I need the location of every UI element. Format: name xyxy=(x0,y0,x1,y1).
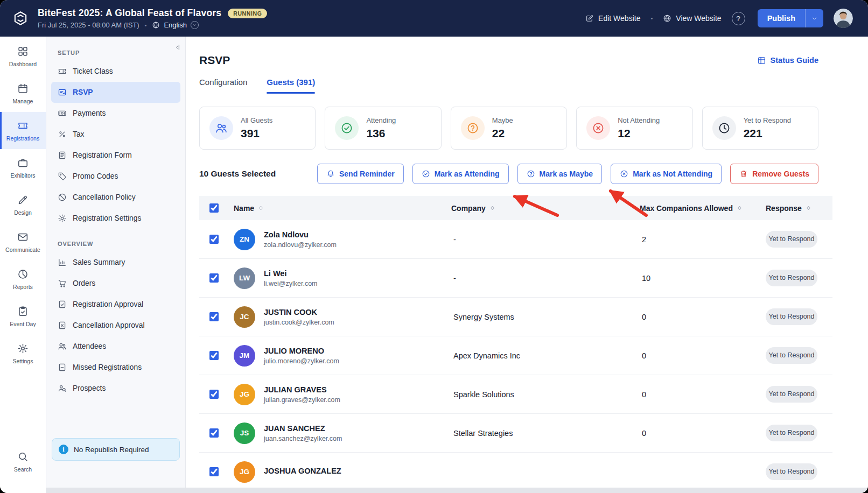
action-mark-as-not-attending[interactable]: Mark as Not Attending xyxy=(611,164,722,184)
row-checkbox[interactable] xyxy=(209,351,219,360)
language-selector[interactable]: English xyxy=(152,21,199,29)
column-header-name[interactable]: Name xyxy=(234,204,451,213)
gear-icon xyxy=(17,343,29,354)
nav-item-exhibitors[interactable]: Exhibitors xyxy=(0,149,46,186)
horizontal-scrollbar[interactable] xyxy=(46,488,868,493)
tab-guests-391[interactable]: Guests (391) xyxy=(267,78,315,94)
nav-item-manage[interactable]: Manage xyxy=(0,75,46,112)
sidebar-item-registration-form[interactable]: Registration Form xyxy=(51,145,180,166)
promo-icon xyxy=(58,172,67,181)
row-checkbox[interactable] xyxy=(209,235,219,244)
sidebar-item-label: Registration Approval xyxy=(73,300,143,308)
sidebar-item-promo-codes[interactable]: Promo Codes xyxy=(51,166,180,187)
sidebar-item-cancellation-policy[interactable]: Cancellation Policy xyxy=(51,187,180,208)
publish-dropdown-button[interactable] xyxy=(805,9,823,27)
stat-label: Maybe xyxy=(492,116,513,124)
sidebar-item-tax[interactable]: Tax xyxy=(51,124,180,145)
sidebar-item-prospects[interactable]: Prospects xyxy=(51,378,180,399)
guest-name: JULIAN GRAVES xyxy=(264,385,340,394)
nav-item-label: Search xyxy=(14,466,32,473)
sidebar-item-sales-summary[interactable]: Sales Summary xyxy=(51,252,180,273)
sort-icon xyxy=(489,205,496,212)
tab-label: Configuration xyxy=(199,78,247,87)
guests-table: Name Company Max Companions Allowed xyxy=(199,196,832,491)
check-circle-icon xyxy=(340,122,353,135)
column-header-max-companions-allowed[interactable]: Max Companions Allowed xyxy=(640,204,766,213)
action-mark-as-attending[interactable]: Mark as Attending xyxy=(412,164,509,184)
action-remove-guests[interactable]: Remove Guests xyxy=(730,164,818,184)
nav-item-reports[interactable]: Reports xyxy=(0,260,46,298)
clock-icon xyxy=(718,122,731,135)
sidebar-item-rsvp[interactable]: RSVP xyxy=(51,82,180,103)
guest-max-companions: 0 xyxy=(640,429,766,438)
guest-email: juan.sanchez@zylker.com xyxy=(264,435,342,442)
guest-row: JG JOSHUA GONZALEZ Yet to Respond xyxy=(199,453,832,491)
guest-row: JS JUAN SANCHEZ juan.sanchez@zylker.com … xyxy=(199,414,832,453)
people-icon xyxy=(58,342,67,351)
row-checkbox[interactable] xyxy=(209,312,219,321)
cart-icon xyxy=(58,279,67,288)
action-mark-as-maybe[interactable]: Mark as Maybe xyxy=(517,164,603,184)
column-header-response[interactable]: Response xyxy=(766,204,832,213)
language-label: English xyxy=(164,21,187,29)
view-website-link[interactable]: View Website xyxy=(663,14,721,23)
row-checkbox[interactable] xyxy=(209,390,219,399)
select-all-checkbox[interactable] xyxy=(209,203,219,213)
globe-icon xyxy=(152,21,160,29)
edit-website-link[interactable]: Edit Website xyxy=(585,14,640,23)
tab-configuration[interactable]: Configuration xyxy=(199,78,247,94)
guest-response-badge: Yet to Respond xyxy=(766,231,817,248)
dashboard-icon xyxy=(17,46,29,57)
column-header-company[interactable]: Company xyxy=(451,204,640,213)
sidebar-item-label: Sales Summary xyxy=(73,258,125,266)
sidebar-item-missed-registrations[interactable]: Missed Registrations xyxy=(51,357,180,378)
clipboard-check-icon xyxy=(17,306,29,317)
nav-item-communicate[interactable]: Communicate xyxy=(0,223,46,260)
guest-email: zola.ndlovu@zylker.com xyxy=(264,241,337,249)
backstage-logo-icon[interactable] xyxy=(11,9,30,28)
publish-button[interactable]: Publish xyxy=(758,9,823,27)
guest-row: JC JUSTIN COOK justin.cook@zylker.com Sy… xyxy=(199,298,832,336)
nav-item-label: Registrations xyxy=(6,135,39,142)
guest-company: Apex Dynamics Inc xyxy=(451,351,640,360)
guest-email: li.wei@zylker.com xyxy=(264,280,318,287)
sidebar-item-orders[interactable]: Orders xyxy=(51,273,180,294)
guest-company: Sparkle Solutions xyxy=(451,390,640,399)
sidebar-collapse-button[interactable] xyxy=(174,44,181,53)
row-checkbox[interactable] xyxy=(209,273,219,283)
nav-item-registrations[interactable]: Registrations xyxy=(0,112,46,149)
nav-item-dashboard[interactable]: Dashboard xyxy=(0,38,46,75)
nav-item-event-day[interactable]: Event Day xyxy=(0,298,46,335)
stat-label: All Guests xyxy=(241,116,272,124)
status-guide-link[interactable]: Status Guide xyxy=(757,56,818,65)
help-button[interactable]: ? xyxy=(732,12,745,25)
sidebar-item-ticket-class[interactable]: Ticket Class xyxy=(51,61,180,82)
user-avatar[interactable] xyxy=(834,9,853,28)
sidebar-item-attendees[interactable]: Attendees xyxy=(51,336,180,357)
guest-response-badge: Yet to Respond xyxy=(766,308,817,325)
gear-icon xyxy=(58,214,67,223)
row-checkbox[interactable] xyxy=(209,467,219,476)
page-title: RSVP xyxy=(199,54,230,67)
sidebar-item-cancellation-approval[interactable]: Cancellation Approval xyxy=(51,315,180,336)
nav-item-settings[interactable]: Settings xyxy=(0,335,46,372)
top-header: BiteFest 2025: A Global Feast of Flavors… xyxy=(0,0,868,37)
sidebar-item-registration-settings[interactable]: Registration Settings xyxy=(51,208,180,229)
action-label: Mark as Not Attending xyxy=(633,170,712,178)
payments-icon xyxy=(58,109,67,118)
action-send-reminder[interactable]: Send Reminder xyxy=(317,164,404,184)
nav-item-search[interactable]: Search xyxy=(0,443,46,480)
ticket-icon xyxy=(17,120,29,131)
sidebar-item-payments[interactable]: Payments xyxy=(51,103,180,124)
globe-icon xyxy=(663,14,671,23)
nav-item-design[interactable]: Design xyxy=(0,186,46,223)
guest-stats: All Guests 391 Attending 136 xyxy=(199,107,818,150)
guest-company: Synergy Systems xyxy=(451,313,640,321)
sidebar-item-registration-approval[interactable]: Registration Approval xyxy=(51,294,180,315)
row-checkbox[interactable] xyxy=(209,428,219,438)
collapse-left-icon xyxy=(174,44,181,51)
column-header-label: Max Companions Allowed xyxy=(640,204,733,213)
table-header-row: Name Company Max Companions Allowed xyxy=(199,196,832,220)
nav-item-label: Event Day xyxy=(10,321,36,327)
stat-value: 136 xyxy=(366,127,396,140)
